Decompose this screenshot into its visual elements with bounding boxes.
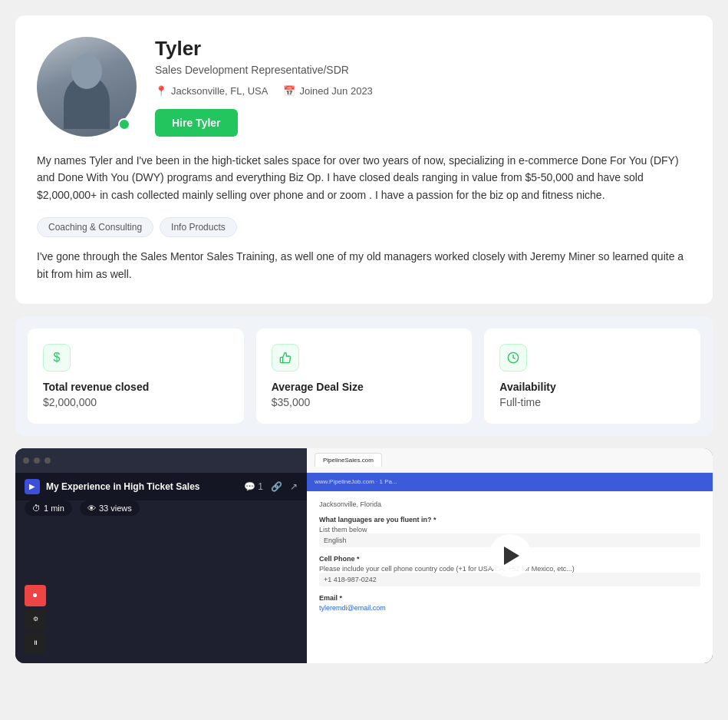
video-right-panel: PipelineSales.com www.PipelineJob.com · … <box>307 448 713 663</box>
deal-icon <box>272 344 299 372</box>
browser-dot-3 <box>44 457 51 464</box>
link-action[interactable]: 🔗 <box>271 481 282 492</box>
bio-text: My names Tyler and I've been in the high… <box>37 152 691 203</box>
form-top-url: www.PipelineJob.com · 1 Pa... <box>315 478 397 485</box>
profile-meta: 📍 Jacksonville, FL, USA 📅 Joined Jun 202… <box>155 85 691 97</box>
languages-sublabel: List them below <box>319 526 700 533</box>
joined-text: Joined Jun 2023 <box>299 85 372 97</box>
play-icon <box>504 547 519 565</box>
stat-card-deal: Average Deal Size $35,000 <box>256 329 473 424</box>
tag-info: Info Products <box>160 217 237 237</box>
location-icon: 📍 <box>155 85 167 97</box>
video-form-browser: PipelineSales.com <box>307 448 713 473</box>
tag-coaching: Coaching & Consulting <box>37 217 153 237</box>
share-action[interactable]: ↗ <box>290 481 298 492</box>
profile-header: Tyler Sales Development Representative/S… <box>37 37 691 137</box>
video-left-panel: ▶ My Experience in High Ticket Sales 💬 1… <box>15 448 307 663</box>
video-title-bar: ▶ My Experience in High Ticket Sales 💬 1… <box>15 473 307 500</box>
email-label: Email * <box>319 594 700 602</box>
video-content: ▶ My Experience in High Ticket Sales 💬 1… <box>15 448 713 663</box>
duration-text: 1 min <box>44 504 64 513</box>
comment-action[interactable]: 💬 1 <box>244 481 263 492</box>
languages-label: What languages are you fluent in? * <box>319 516 700 523</box>
views-text: 33 views <box>99 504 132 513</box>
profile-info: Tyler Sales Development Representative/S… <box>155 37 691 137</box>
hire-button[interactable]: Hire Tyler <box>155 109 238 137</box>
profile-name: Tyler <box>155 37 691 61</box>
record-btn-settings[interactable]: ⚙ <box>25 609 46 630</box>
form-field-location: Jacksonville, Florida <box>319 500 700 508</box>
record-btn-pause[interactable]: ⏸ <box>25 632 46 654</box>
location-text: Jacksonville, FL, USA <box>171 85 268 97</box>
duration-badge: ⏱ 1 min <box>25 500 72 516</box>
browser-dot-2 <box>34 457 40 464</box>
availability-label: Availability <box>499 381 685 393</box>
video-card: ▶ My Experience in High Ticket Sales 💬 1… <box>15 448 713 663</box>
avatar-wrap <box>37 37 137 137</box>
availability-value: Full-time <box>499 396 685 408</box>
online-indicator <box>118 118 130 130</box>
calendar-icon: 📅 <box>283 85 295 97</box>
revenue-value: $2,000,000 <box>43 396 229 408</box>
revenue-icon: $ <box>43 344 71 372</box>
video-title-icon: ▶ <box>25 479 40 494</box>
tags-container: Coaching & Consulting Info Products <box>37 217 691 237</box>
deal-value: $35,000 <box>272 396 457 408</box>
record-controls: ⏺ ⚙ ⏸ <box>25 585 46 654</box>
location-meta: 📍 Jacksonville, FL, USA <box>155 85 268 97</box>
clock-icon: ⏱ <box>32 504 41 513</box>
eye-icon: 👁 <box>87 504 96 513</box>
training-text: I've gone through the Sales Mentor Sales… <box>37 248 691 282</box>
profile-title: Sales Development Representative/SDR <box>155 64 691 76</box>
video-title-actions: 💬 1 🔗 ↗ <box>244 481 298 492</box>
views-badge: 👁 33 views <box>80 500 140 516</box>
profile-card: Tyler Sales Development Representative/S… <box>15 15 713 304</box>
browser-tab-active[interactable]: PipelineSales.com <box>315 453 382 467</box>
video-meta-bar: ⏱ 1 min 👁 33 views <box>25 500 140 516</box>
email-value: tyleremdi@email.com <box>319 604 700 612</box>
stat-card-revenue: $ Total revenue closed $2,000,000 <box>28 329 244 424</box>
stat-card-availability: Availability Full-time <box>484 329 700 424</box>
deal-label: Average Deal Size <box>272 381 457 393</box>
play-button[interactable] <box>489 534 532 577</box>
location-value: Jacksonville, Florida <box>319 500 700 508</box>
availability-icon <box>499 344 527 372</box>
revenue-label: Total revenue closed <box>43 381 229 393</box>
record-btn-red[interactable]: ⏺ <box>25 585 46 606</box>
form-field-email: Email * tyleremdi@email.com <box>319 594 700 612</box>
joined-meta: 📅 Joined Jun 2023 <box>283 85 372 97</box>
video-browser-bar <box>15 448 307 473</box>
browser-dot-1 <box>23 457 29 464</box>
form-top-bar: www.PipelineJob.com · 1 Pa... <box>307 473 713 491</box>
stats-container: $ Total revenue closed $2,000,000 Averag… <box>15 316 713 436</box>
video-title-text: My Experience in High Ticket Sales <box>46 481 200 492</box>
